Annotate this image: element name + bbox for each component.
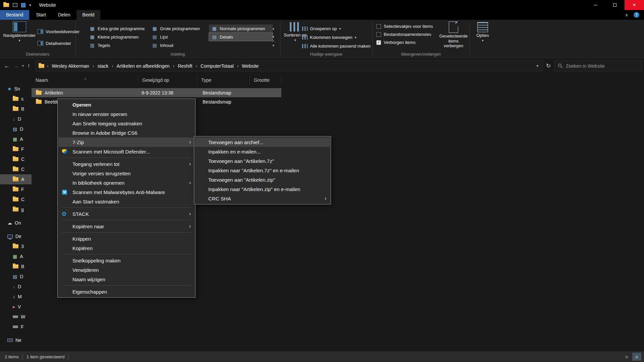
menu-item-toevoegen-aan-artikelen-7z[interactable]: Toevoegen aan "Artikelen.7z": [195, 156, 330, 166]
sidebar-item-b-2[interactable]: B: [0, 104, 32, 114]
sidebar-item-s-1[interactable]: s: [0, 94, 32, 104]
column-header-gewijzigd-op[interactable]: Gewijzigd op: [138, 75, 197, 84]
refresh-icon[interactable]: ↻: [543, 62, 554, 69]
view-option-grote-pictogrammen[interactable]: ▦Grote pictogrammen: [149, 24, 207, 33]
view-option-normale-pictogrammen[interactable]: ▦Normale pictogrammen: [209, 24, 273, 33]
view-option-lijst[interactable]: ▤Lijst: [149, 33, 207, 41]
thumbnail-view-icon[interactable]: ≡: [622, 353, 631, 361]
details-view-icon[interactable]: ≡: [632, 353, 641, 361]
column-header-type[interactable]: Type: [197, 75, 250, 84]
hide-selected-button[interactable]: Geselecteerde items verbergen: [438, 20, 469, 49]
add-columns-button[interactable]: Kolommen toevoegen ▾: [302, 33, 371, 42]
menu-item-aan-start-vastmaken[interactable]: Aan Start vastmaken: [58, 197, 195, 206]
sidebar-item-ne-24[interactable]: Ne: [0, 335, 32, 345]
view-option-details[interactable]: ▤Details: [209, 33, 273, 41]
sidebar-item-b-17[interactable]: B: [0, 261, 32, 272]
help-icon[interactable]: ?: [634, 12, 639, 18]
gallery-up-icon[interactable]: ▴: [272, 24, 274, 33]
sidebar-item-f-6[interactable]: F: [0, 144, 32, 154]
menu-item-eigenschappen[interactable]: Eigenschappen: [58, 287, 195, 296]
checkbox-bestandsnaamextensies[interactable]: Bestandsnaamextensies: [376, 32, 433, 37]
menu-item-toevoegen-aan-artikelen-zip[interactable]: Toevoegen aan "Artikelen.zip": [195, 175, 330, 184]
menu-item-toevoegen-aan-archief[interactable]: Toevoegen aan archief...: [195, 137, 330, 147]
menu-item-inpakken-naar-artikelen-zip-en-e-mai[interactable]: Inpakken naar "Artikelen.zip" en e-maile…: [195, 184, 330, 194]
menu-item-verwijderen[interactable]: Verwijderen: [58, 265, 195, 275]
maximize-button[interactable]: [605, 0, 625, 10]
menu-item-browse-in-adobe-bridge-cs6[interactable]: Browse in Adobe Bridge CS6: [58, 128, 195, 137]
sidebar-item-c-11[interactable]: C: [0, 194, 32, 204]
sidebar-item-v-21[interactable]: ▸V: [0, 302, 32, 312]
menu-item-stack[interactable]: STACK›: [58, 209, 195, 219]
up-icon[interactable]: ↑: [28, 63, 31, 69]
sidebar-item-d-3[interactable]: ↓D: [0, 114, 32, 124]
sidebar-item-de-14[interactable]: De: [0, 231, 32, 241]
sidebar-item-a-5[interactable]: ▦A: [0, 134, 32, 144]
options-button[interactable]: Opties ▾: [472, 21, 494, 42]
sidebar-item-g-12[interactable]: g: [0, 204, 32, 215]
menu-item-kopi-ren-naar[interactable]: Kopiëren naar›: [58, 222, 195, 231]
menu-item-snelkoppeling-maken[interactable]: Snelkoppeling maken: [58, 256, 195, 265]
tab-delen[interactable]: Delen: [52, 10, 76, 20]
menu-item-aan-snelle-toegang-vastmaken[interactable]: Aan Snelle toegang vastmaken: [58, 119, 195, 128]
file-row-artikelen[interactable]: Artikelen8-9-2022 13:36Bestandsmap: [32, 88, 281, 97]
search-input[interactable]: [566, 63, 638, 69]
view-option-tegels[interactable]: ▥Tegels: [87, 41, 147, 49]
history-dropdown-icon[interactable]: ▾: [22, 64, 24, 68]
menu-item-inpakken-naar-artikelen-7z-en-e-mail[interactable]: Inpakken naar "Artikelen.7z" en e-mailen: [195, 166, 330, 175]
back-icon[interactable]: ←: [4, 63, 10, 69]
menu-item-scannen-met-microsoft-defender[interactable]: Scannen met Microsoft Defender...: [58, 147, 195, 156]
breadcrumb-computertotaal[interactable]: ComputerTotaal: [200, 63, 234, 69]
menu-item-scannen-met-malwarebytes-anti-malwar[interactable]: Scannen met Malwarebytes Anti-Malware: [58, 187, 195, 197]
sidebar-item-d-19[interactable]: ↓D: [0, 282, 32, 292]
minimize-button[interactable]: [586, 0, 605, 10]
group-by-button[interactable]: Groeperen op ▾: [302, 24, 371, 33]
breadcrumb-website[interactable]: Website: [241, 63, 259, 69]
breadcrumb-reshift[interactable]: Reshift: [177, 63, 193, 69]
menu-item-kopi-ren[interactable]: Kopiëren: [58, 243, 195, 253]
menu-item-inpakken-en-e-mailen[interactable]: Inpakken en e-mailen...: [195, 147, 330, 156]
sidebar-item-on-13[interactable]: ☁On: [0, 218, 32, 228]
tab-start[interactable]: Start: [30, 10, 52, 20]
menu-item-crc-sha[interactable]: CRC SHA›: [195, 194, 330, 203]
address-field[interactable]: ›Wesley Akkerman›stack›Artikelen en afbe…: [36, 60, 543, 71]
qat-properties-icon[interactable]: [13, 3, 17, 7]
navigation-pane-button[interactable]: Navigatievenster ▾: [2, 20, 37, 42]
qat-customize-chevron-icon[interactable]: ▾: [29, 3, 31, 7]
menu-item-knippen[interactable]: Knippen: [58, 234, 195, 243]
forward-icon[interactable]: →: [13, 63, 19, 69]
tab-bestand[interactable]: Bestand: [0, 10, 29, 20]
sidebar-item-d-18[interactable]: ▤D: [0, 272, 32, 282]
menu-item-openen[interactable]: Openen: [58, 100, 195, 109]
checkbox-verborgen-items[interactable]: ✓Verborgen items: [376, 40, 433, 45]
menu-item-in-nieuw-venster-openen[interactable]: In nieuw venster openen: [58, 109, 195, 119]
menu-item-naam-wijzigen[interactable]: Naam wijzigen: [58, 275, 195, 284]
gallery-more-icon[interactable]: ▾: [272, 41, 274, 49]
sidebar-item-m-20[interactable]: ♪M: [0, 292, 32, 302]
sidebar-item-sn-0[interactable]: ★Sn: [0, 84, 32, 94]
menu-item-7-zip[interactable]: 7-Zip›: [58, 137, 195, 147]
sidebar-item-3-15[interactable]: 3: [0, 241, 32, 251]
menu-item-vorige-versies-terugzetten[interactable]: Vorige versies terugzetten: [58, 169, 195, 178]
size-columns-button[interactable]: Alle kolommen passend maken: [302, 42, 371, 50]
sidebar-item-d-4[interactable]: ▤D: [0, 124, 32, 134]
view-option-extra-grote-pictogrammen[interactable]: ▦Extra grote pictogrammen: [87, 24, 147, 33]
gallery-down-icon[interactable]: ▾: [272, 33, 274, 41]
menu-item-in-bibliotheek-opnemen[interactable]: In bibliotheek opnemen›: [58, 178, 195, 187]
breadcrumb-wesley-akkerman[interactable]: Wesley Akkerman: [51, 63, 90, 69]
sidebar-item-c-7[interactable]: C: [0, 154, 32, 164]
view-option-kleine-pictogrammen[interactable]: ▦Kleine pictogrammen: [87, 33, 147, 41]
sidebar-item-f-23[interactable]: F: [0, 322, 32, 332]
sidebar-item-a-16[interactable]: ▦A: [0, 251, 32, 261]
sidebar-item-f-10[interactable]: F: [0, 184, 32, 194]
qat-newfolder-icon[interactable]: [21, 3, 25, 7]
checkbox-selectievakjes-voor-items[interactable]: Selectievakjes voor items: [376, 24, 433, 29]
close-button[interactable]: ×: [625, 0, 644, 10]
menu-item-toegang-verlenen-tot[interactable]: Toegang verlenen tot›: [58, 159, 195, 169]
search-box[interactable]: [554, 60, 642, 71]
breadcrumb-artikelen-en-afbeeldingen[interactable]: Artikelen en afbeeldingen: [116, 63, 170, 69]
minimize-ribbon-icon[interactable]: ∧: [625, 12, 628, 17]
tab-beeld[interactable]: Beeld: [76, 10, 101, 20]
address-dropdown-icon[interactable]: ▾: [535, 64, 540, 68]
sidebar-item-c-8[interactable]: C: [0, 164, 32, 174]
sidebar-item-a-9[interactable]: A: [0, 174, 32, 184]
